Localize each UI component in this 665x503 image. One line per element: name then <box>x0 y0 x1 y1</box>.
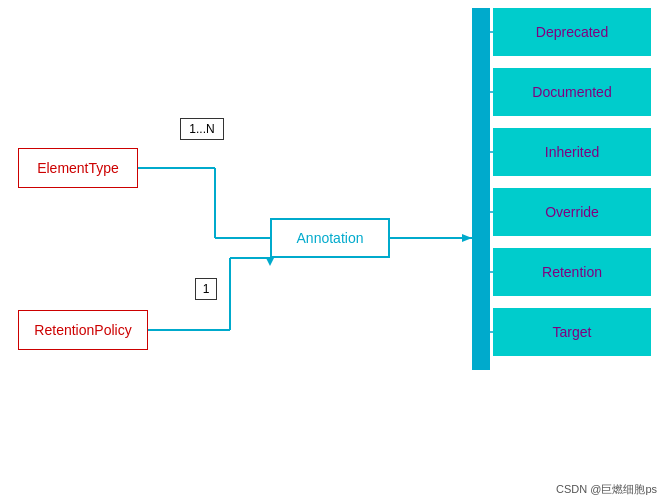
multiplicity-one-to-n-label: 1...N <box>189 122 214 136</box>
vertical-connector-bar <box>472 8 490 370</box>
svg-marker-9 <box>462 234 472 242</box>
target-label: Target <box>553 324 592 340</box>
svg-marker-7 <box>266 258 274 266</box>
deprecated-label: Deprecated <box>536 24 608 40</box>
annotation-box: Annotation <box>270 218 390 258</box>
inherited-label: Inherited <box>545 144 599 160</box>
element-type-label: ElementType <box>37 160 119 176</box>
annotation-label: Annotation <box>297 230 364 246</box>
retention-policy-box: RetentionPolicy <box>18 310 148 350</box>
retention-policy-label: RetentionPolicy <box>34 322 131 338</box>
deprecated-item: Deprecated <box>493 8 651 56</box>
retention-item: Retention <box>493 248 651 296</box>
documented-item: Documented <box>493 68 651 116</box>
target-item: Target <box>493 308 651 356</box>
element-type-box: ElementType <box>18 148 138 188</box>
diagram-container: ElementType RetentionPolicy Annotation 1… <box>0 0 665 503</box>
inherited-item: Inherited <box>493 128 651 176</box>
retention-label: Retention <box>542 264 602 280</box>
documented-label: Documented <box>532 84 611 100</box>
override-item: Override <box>493 188 651 236</box>
multiplicity-one-label: 1 <box>203 282 210 296</box>
multiplicity-one-to-n: 1...N <box>180 118 224 140</box>
override-label: Override <box>545 204 599 220</box>
multiplicity-one: 1 <box>195 278 217 300</box>
watermark: CSDN @巨燃细胞ps <box>556 482 657 497</box>
